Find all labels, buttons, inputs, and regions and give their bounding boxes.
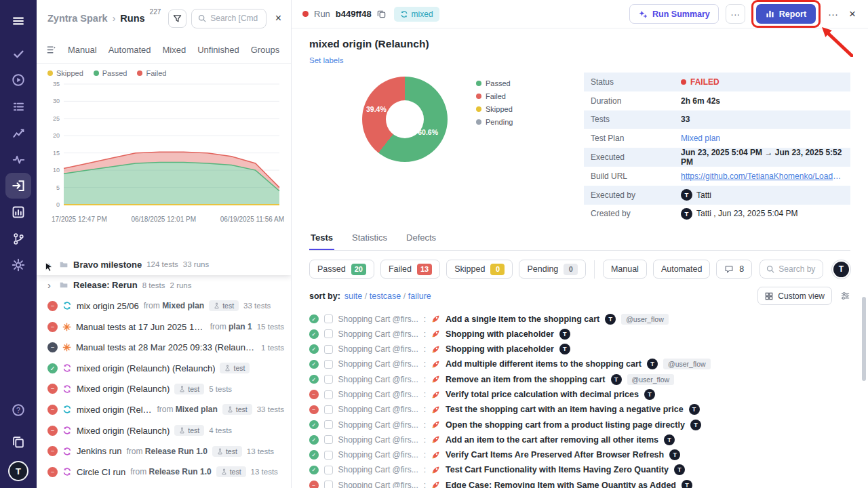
runs-tab-unfinished[interactable]: Unfinished bbox=[197, 45, 239, 55]
filter-manual[interactable]: Manual bbox=[603, 260, 647, 279]
test-checkbox[interactable] bbox=[324, 329, 333, 338]
test-row[interactable]: −Shopping Cart @firs...:Edge Case: Remov… bbox=[309, 478, 850, 488]
test-row[interactable]: ✓Shopping Cart @firs...:Add a single ite… bbox=[309, 311, 850, 326]
comments-filter-button[interactable]: 8 bbox=[716, 260, 752, 279]
filter-button[interactable] bbox=[168, 9, 186, 28]
run-row[interactable]: ✓mixed origin (Relaunch) (Relaunch)test bbox=[37, 358, 291, 379]
search-input[interactable] bbox=[210, 14, 259, 23]
tab-tests[interactable]: Tests bbox=[309, 232, 334, 250]
run-row[interactable]: −Mixed origin (Relaunch)test5 tests bbox=[37, 379, 291, 400]
run-row[interactable]: −Circle CI runfrom Release Run 1.0test13… bbox=[37, 462, 291, 483]
more-button-bordered[interactable]: ··· bbox=[726, 4, 745, 24]
test-plan-link[interactable]: Mixed plan bbox=[681, 134, 720, 143]
test-checkbox[interactable] bbox=[324, 314, 333, 323]
run-row[interactable]: −Manual tests at 17 Jun 2025 10:09from p… bbox=[37, 317, 291, 338]
menu-icon[interactable] bbox=[5, 8, 31, 34]
report-button[interactable]: Report bbox=[756, 4, 816, 24]
build-url-link[interactable]: https://github.com/TetianaKhomenko/Load-… bbox=[681, 171, 844, 181]
test-badge: test bbox=[174, 425, 204, 436]
runs-panel: Zyntra Spark › Runs 227 × ManualAutomate… bbox=[37, 0, 292, 488]
run-row[interactable]: −mix origin 25/06from Mixed plantest33 t… bbox=[37, 296, 291, 317]
test-row[interactable]: −Shopping Cart @firs...:Verify total pri… bbox=[309, 387, 850, 402]
avatar: T bbox=[669, 449, 680, 460]
test-checkbox[interactable] bbox=[324, 481, 333, 488]
run-row[interactable]: −Manual tests at 28 Mar 2025 09:33 (Rela… bbox=[37, 337, 291, 358]
scrollbar-thumb[interactable] bbox=[862, 297, 866, 381]
settings-icon[interactable] bbox=[5, 252, 31, 278]
tests-filter-row: Passed20Failed13Skipped0Pending0ManualAu… bbox=[309, 260, 850, 279]
trend-icon[interactable] bbox=[5, 120, 31, 146]
runs-tab-automated[interactable]: Automated bbox=[108, 45, 151, 55]
sort-failure-link[interactable]: failure bbox=[408, 291, 431, 301]
play-icon[interactable] bbox=[5, 67, 31, 93]
more-button-plain[interactable]: ··· bbox=[827, 8, 840, 20]
group-row[interactable]: ›Bravo milestone124 tests33 runs bbox=[37, 254, 291, 275]
run-row[interactable]: −mixed origin (Relaunch)from Mixed plant… bbox=[37, 399, 291, 420]
runs-tab-groups[interactable]: Groups bbox=[251, 45, 280, 55]
user-avatar[interactable]: T bbox=[8, 461, 28, 481]
tests-search-box[interactable] bbox=[760, 260, 823, 279]
test-row[interactable]: ✓Shopping Cart @firs...:Open the shoppin… bbox=[309, 417, 850, 432]
rocket-icon bbox=[431, 345, 440, 354]
donut-legend-item: Failed bbox=[476, 92, 513, 100]
run-row[interactable]: −Jenkins runfrom Release Run 1.0test13 t… bbox=[37, 441, 291, 462]
donut-legend-item: Skipped bbox=[476, 105, 513, 113]
branch-icon[interactable] bbox=[5, 226, 31, 251]
test-row[interactable]: ✓Shopping Cart @firs...:Test Cart Functi… bbox=[309, 462, 850, 477]
filter-passed[interactable]: Passed20 bbox=[309, 260, 374, 279]
breadcrumb-workspace[interactable]: Zyntra Spark bbox=[47, 13, 108, 24]
set-labels-link[interactable]: Set labels bbox=[309, 56, 850, 64]
sort-suite-link[interactable]: suite bbox=[344, 291, 362, 301]
filter-failed[interactable]: Failed13 bbox=[380, 260, 440, 279]
search-box[interactable] bbox=[191, 9, 266, 28]
test-row[interactable]: ✓Shopping Cart @firs...:Shopping with pl… bbox=[309, 342, 850, 357]
runs-list-icon bbox=[46, 45, 56, 55]
svg-text:20: 20 bbox=[53, 132, 60, 139]
runs-tab-manual[interactable]: Manual bbox=[68, 45, 97, 55]
tab-statistics[interactable]: Statistics bbox=[351, 232, 389, 250]
close-run-button[interactable]: × bbox=[849, 7, 856, 21]
pulse-icon[interactable] bbox=[5, 146, 31, 172]
donut-passed-label: 60.6% bbox=[418, 128, 438, 136]
docs-icon[interactable] bbox=[5, 429, 31, 455]
test-checkbox[interactable] bbox=[324, 420, 333, 429]
filter-automated[interactable]: Automated bbox=[653, 260, 710, 279]
test-checkbox[interactable] bbox=[324, 390, 333, 399]
help-icon[interactable]: ? bbox=[5, 397, 31, 423]
run-title: mixed origin (Relaunch) bbox=[309, 38, 850, 50]
report-icon[interactable] bbox=[5, 199, 31, 225]
panel-close-button[interactable]: × bbox=[271, 11, 285, 26]
tests-search-input[interactable] bbox=[778, 264, 816, 274]
assignee-avatar[interactable]: T bbox=[832, 260, 850, 279]
test-row[interactable]: ✓Shopping Cart @firs...:Add multiple dif… bbox=[309, 357, 850, 371]
donut-failed-label: 39.4% bbox=[366, 105, 387, 113]
run-entry-icon[interactable] bbox=[5, 173, 31, 199]
test-row[interactable]: −Shopping Cart @firs...:Test the shoppin… bbox=[309, 402, 850, 417]
test-checkbox[interactable] bbox=[324, 435, 333, 444]
test-checkbox[interactable] bbox=[324, 360, 333, 369]
check-icon[interactable] bbox=[5, 41, 31, 66]
test-checkbox[interactable] bbox=[324, 345, 333, 354]
run-summary-button[interactable]: Run Summary bbox=[629, 4, 719, 24]
test-row[interactable]: ✓Shopping Cart @firs...:Add an item to t… bbox=[309, 432, 850, 447]
tasks-icon[interactable] bbox=[5, 94, 31, 119]
test-badge: test bbox=[216, 466, 246, 477]
copy-icon[interactable] bbox=[377, 9, 386, 18]
sliders-icon[interactable] bbox=[840, 291, 850, 301]
tab-defects[interactable]: Defects bbox=[405, 232, 437, 250]
test-checkbox[interactable] bbox=[324, 451, 333, 460]
filter-skipped[interactable]: Skipped0 bbox=[446, 260, 513, 279]
test-checkbox[interactable] bbox=[324, 466, 333, 474]
test-row[interactable]: ✓Shopping Cart @firs...:Verify Cart Item… bbox=[309, 447, 850, 462]
custom-view-button[interactable]: Custom view bbox=[757, 287, 832, 305]
sort-testcase-link[interactable]: testcase bbox=[370, 291, 401, 301]
run-row[interactable]: −Mixed origin (Relaunch)test4 tests bbox=[37, 420, 291, 441]
test-checkbox[interactable] bbox=[324, 375, 333, 384]
runs-tab-mixed[interactable]: Mixed bbox=[163, 45, 186, 55]
donut-legend-item: Pending bbox=[476, 118, 513, 126]
filter-pending[interactable]: Pending0 bbox=[519, 260, 586, 279]
test-row[interactable]: ✓Shopping Cart @firs...:Remove an item f… bbox=[309, 372, 850, 387]
test-row[interactable]: ✓Shopping Cart @firs...:Shopping with pl… bbox=[309, 327, 850, 342]
group-row[interactable]: ›Release: Rerun8 tests2 runs bbox=[37, 275, 291, 296]
test-checkbox[interactable] bbox=[324, 405, 333, 414]
